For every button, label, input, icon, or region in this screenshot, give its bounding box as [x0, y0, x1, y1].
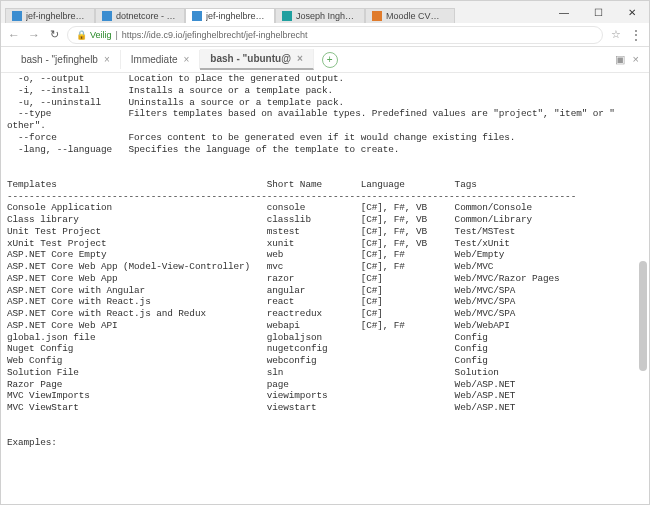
browser-tab[interactable]: jef-inghelbrecht - Cloud9 — [185, 8, 275, 23]
browser-tab-label: Moodle CVO Antwerpen — [386, 11, 446, 21]
favicon-icon — [102, 11, 112, 21]
close-icon[interactable]: × — [183, 54, 189, 65]
window-maximize[interactable]: ☐ — [581, 1, 615, 23]
address-bar: ← → ↻ 🔒 Veilig | https://ide.c9.io/jefin… — [1, 23, 649, 47]
ide-tab[interactable]: Immediate× — [121, 50, 201, 69]
window-minimize[interactable]: — — [547, 1, 581, 23]
vertical-divider: | — [116, 30, 118, 40]
close-panel-icon[interactable]: × — [633, 53, 639, 66]
lock-icon: 🔒 — [76, 30, 87, 40]
ide-tab-tools: ▣× — [615, 53, 639, 66]
ide-tab-label: bash - "ubuntu@ — [210, 53, 291, 64]
favicon-icon — [12, 11, 22, 21]
favicon-icon — [372, 11, 382, 21]
back-icon[interactable]: ← — [7, 28, 21, 42]
browser-tab[interactable]: dotnetcore - Cloud9 — [95, 8, 185, 23]
ide-tab[interactable]: bash - "ubuntu@× — [200, 49, 313, 70]
close-icon[interactable]: × — [297, 53, 303, 64]
browser-tab-label: jef-inghelbrecht - Cloud9 — [206, 11, 266, 21]
browser-tab-label: jef-inghelbrecht - Cloud9 — [26, 11, 86, 21]
browser-tab-label: dotnetcore - Cloud9 — [116, 11, 176, 21]
window-close[interactable]: ✕ — [615, 1, 649, 23]
secure-label: Veilig — [90, 30, 112, 40]
close-icon[interactable]: × — [104, 54, 110, 65]
favicon-icon — [282, 11, 292, 21]
panel-icon[interactable]: ▣ — [615, 53, 625, 66]
ide-tab-label: bash - "jefinghelb — [21, 54, 98, 65]
browser-menu-icon[interactable]: ⋮ — [629, 29, 643, 41]
window-controls: — ☐ ✕ — [547, 1, 649, 23]
browser-tab[interactable]: Joseph Inghelbrecht - O — [275, 8, 365, 23]
ide-tab-label: Immediate — [131, 54, 178, 65]
ide-tab[interactable]: bash - "jefinghelb× — [11, 50, 121, 69]
url-text: https://ide.c9.io/jefinghelbrecht/jef-in… — [122, 30, 308, 40]
browser-tab-label: Joseph Inghelbrecht - O — [296, 11, 356, 21]
ide-tab-strip: bash - "jefinghelb×Immediate×bash - "ubu… — [1, 47, 649, 73]
browser-tab[interactable]: jef-inghelbrecht - Cloud9 — [5, 8, 95, 23]
scrollbar-thumb[interactable] — [639, 261, 647, 371]
favicon-icon — [192, 11, 202, 21]
add-tab-button[interactable]: + — [322, 52, 338, 68]
browser-tab[interactable]: Moodle CVO Antwerpen — [365, 8, 455, 23]
url-field[interactable]: 🔒 Veilig | https://ide.c9.io/jefinghelbr… — [67, 26, 603, 44]
secure-badge: 🔒 Veilig — [76, 30, 112, 40]
reload-icon[interactable]: ↻ — [47, 28, 61, 41]
bookmark-star-icon[interactable]: ☆ — [609, 28, 623, 41]
forward-icon[interactable]: → — [27, 28, 41, 42]
terminal-output[interactable]: -o, --output Location to place the gener… — [1, 73, 649, 504]
